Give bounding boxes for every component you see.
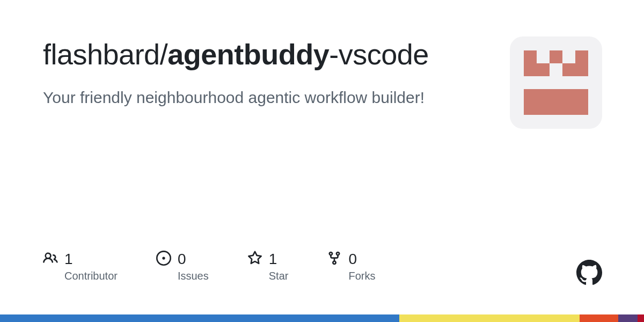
issues-label: Issues: [178, 270, 209, 282]
contributors-label: Contributor: [64, 270, 118, 282]
language-bar: [0, 314, 644, 322]
issues-count: 0: [178, 251, 186, 268]
repo-social-card: flashbard/agentbuddy-vscode Your friendl…: [0, 0, 644, 322]
stars-label: Star: [269, 270, 289, 282]
stat-contributors-top: 1: [43, 251, 118, 268]
contributors-count: 1: [64, 251, 73, 268]
repo-name-bold: agentbuddy: [167, 38, 329, 70]
language-segment: [399, 314, 580, 322]
stat-forks-top: 0: [327, 251, 375, 268]
repo-stats: 1 Contributor 0 Issues 1 Star: [43, 251, 375, 282]
language-segment: [580, 314, 618, 322]
repo-title: flashbard/agentbuddy-vscode: [43, 38, 429, 72]
stars-count: 1: [269, 251, 277, 268]
repo-description: Your friendly neighbourhood agentic work…: [43, 87, 429, 109]
repo-slash: /: [160, 38, 168, 70]
forks-count: 0: [348, 251, 357, 268]
stat-issues: 0 Issues: [156, 251, 209, 282]
stat-issues-top: 0: [156, 251, 209, 268]
star-icon: [247, 251, 262, 268]
repo-owner: flashbard: [43, 38, 160, 70]
language-segment: [618, 314, 638, 322]
repo-avatar: [510, 36, 602, 129]
stat-stars-top: 1: [247, 251, 289, 268]
stat-contributors: 1 Contributor: [43, 251, 118, 282]
stat-forks: 0 Forks: [327, 251, 375, 282]
people-icon: [43, 251, 58, 268]
issue-icon: [156, 251, 171, 268]
forks-label: Forks: [348, 270, 375, 282]
identicon-icon: [524, 50, 588, 115]
stat-stars: 1 Star: [247, 251, 289, 282]
language-segment: [0, 314, 399, 322]
fork-icon: [327, 251, 342, 268]
github-logo-icon: [576, 260, 602, 286]
repo-name-rest: -vscode: [329, 38, 429, 70]
language-segment: [638, 314, 644, 322]
